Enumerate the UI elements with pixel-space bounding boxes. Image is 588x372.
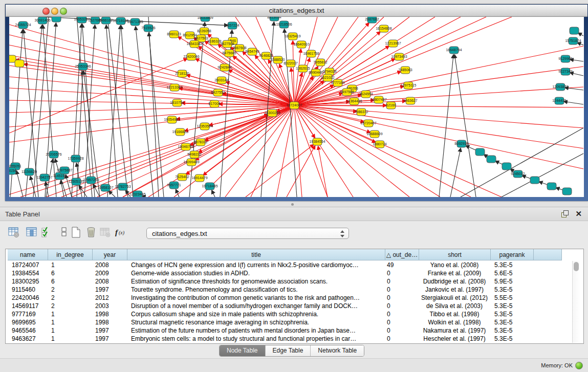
table-row[interactable]: 1938455462009Genome-wide association stu… [6, 269, 572, 277]
graph-edge[interactable] [454, 55, 476, 197]
graph-node[interactable]: 10688609 [366, 130, 382, 138]
selection-mode-icon[interactable] [40, 226, 53, 240]
tab-network-table[interactable]: Network Table [311, 345, 364, 356]
table-row[interactable]: 1456911722003Disruption of a novel membe… [6, 302, 572, 310]
graph-node[interactable]: 17359928 [68, 155, 83, 162]
graph-node[interactable]: 24055724 [15, 21, 31, 29]
graph-node[interactable]: 16543382 [186, 40, 202, 48]
graph-node[interactable]: 1810754 [170, 99, 184, 106]
graph-node[interactable]: 13942757 [36, 174, 52, 181]
graph-node[interactable]: 12093873 [552, 83, 568, 91]
graph-edge[interactable] [16, 171, 23, 197]
graph-node[interactable] [570, 27, 579, 34]
table-row[interactable]: 911546021997Tourette syndrome. Phenomeno… [6, 286, 572, 294]
table-row[interactable]: 946554611997Estimation of the future num… [6, 326, 572, 335]
graph-node[interactable]: 8454749 [245, 48, 259, 55]
row-options-icon[interactable] [57, 226, 71, 240]
column-header-short[interactable]: short [419, 249, 491, 260]
graph-node[interactable]: 9463627 [403, 97, 417, 104]
graph-node[interactable]: 8990448 [309, 69, 322, 76]
graph-node[interactable]: 62160 [386, 102, 396, 109]
graph-edge[interactable] [578, 33, 583, 36]
column-header-name[interactable]: name [8, 249, 48, 260]
graph-node[interactable]: 19384554 [309, 138, 325, 145]
graph-node[interactable]: 16033809 [197, 17, 213, 21]
graph-node[interactable] [562, 188, 572, 195]
graph-edge[interactable] [212, 190, 215, 197]
graph-node[interactable]: 19054983 [164, 116, 180, 123]
float-panel-icon[interactable] [561, 210, 569, 217]
graph-edge[interactable] [72, 105, 294, 197]
graph-node[interactable]: 16648794 [446, 47, 462, 54]
table-row[interactable]: 946362711997Embryonic stem cells: a mode… [6, 335, 572, 343]
graph-node[interactable]: 7955812 [313, 59, 327, 66]
tab-node-table[interactable]: Node Table [220, 345, 266, 356]
delete-table-icon[interactable] [99, 226, 112, 240]
graph-node[interactable] [502, 163, 511, 170]
column-visibility-icon[interactable] [25, 226, 38, 240]
graph-node[interactable]: 7857224 [225, 22, 239, 29]
graph-edge[interactable] [564, 101, 583, 104]
graph-node[interactable]: 8427552 [211, 89, 225, 96]
graph-node[interactable]: 8813054 [267, 17, 281, 21]
graph-edge[interactable] [121, 26, 133, 197]
graph-edge[interactable] [189, 23, 205, 197]
graph-edge[interactable] [107, 17, 128, 197]
table-row[interactable]: 977716911998Corpus callosum shape and si… [6, 310, 572, 318]
network-view-window[interactable]: citations_edges.txt 18724007183002951938… [5, 4, 588, 201]
graph-node[interactable]: 16914479 [191, 174, 207, 182]
scrollbar-thumb[interactable] [574, 262, 579, 271]
graph-edge[interactable] [450, 148, 461, 197]
window-titlebar[interactable]: citations_edges.txt [6, 5, 587, 17]
graph-node[interactable]: 1621022 [320, 74, 334, 81]
graph-edge[interactable] [61, 115, 268, 197]
memory-ok-indicator[interactable] [575, 362, 583, 369]
graph-node[interactable] [547, 183, 556, 190]
graph-node[interactable]: 6466162 [99, 17, 113, 24]
vertical-scrollbar[interactable] [572, 261, 580, 343]
tab-edge-table[interactable]: Edge Table [266, 345, 311, 356]
graph-node[interactable] [475, 148, 485, 156]
graph-node[interactable]: 19166822 [172, 128, 188, 136]
column-header-pagerank[interactable]: pagerank [491, 249, 534, 260]
graph-node[interactable]: 12505135 [68, 178, 84, 185]
graph-edge[interactable] [246, 144, 314, 197]
graph-node[interactable]: 39154 [9, 167, 16, 174]
graph-node[interactable] [52, 17, 61, 22]
graph-edge[interactable] [287, 146, 315, 197]
graph-node[interactable]: 8878312 [193, 139, 207, 146]
graph-node[interactable]: 10719185 [113, 17, 128, 25]
graph-edge[interactable] [577, 42, 583, 45]
graph-edge[interactable] [294, 105, 583, 107]
create-column-icon[interactable] [70, 226, 83, 240]
graph-edge[interactable] [276, 105, 294, 197]
graph-node[interactable] [15, 60, 24, 67]
function-builder-icon[interactable]: f(x) [115, 226, 128, 240]
close-panel-icon[interactable]: ✕ [575, 209, 582, 218]
graph-node[interactable]: 7485063 [398, 67, 412, 74]
graph-node[interactable]: 8960123 [167, 31, 181, 38]
table-selector-dropdown[interactable]: citations_edges.txt [146, 228, 349, 239]
panel-divider-handle[interactable] [291, 203, 294, 206]
graph-edge[interactable] [294, 46, 583, 105]
graph-node[interactable]: 15720407 [360, 120, 376, 127]
graph-node[interactable]: 16671385 [127, 18, 143, 26]
column-header-year[interactable]: year [93, 249, 127, 260]
graph-node[interactable]: 12353594 [197, 123, 212, 130]
graph-node[interactable]: 11156829 [21, 168, 37, 176]
graph-node[interactable]: 16154808 [376, 25, 391, 32]
graph-node[interactable]: 2887682 [365, 17, 379, 23]
graph-edge[interactable] [294, 105, 583, 169]
graph-node[interactable]: 12975115 [401, 82, 417, 89]
graph-node[interactable]: 5498222 [187, 151, 201, 158]
graph-node[interactable]: 19218506 [276, 21, 292, 28]
graph-node[interactable]: 1880724 [373, 141, 386, 148]
table-row[interactable]: 1830029562008Estimation of significance … [6, 277, 572, 286]
graph-edge[interactable] [9, 58, 187, 133]
graph-node[interactable]: 7625402 [175, 173, 189, 181]
delete-column-icon[interactable] [84, 226, 98, 240]
table-row[interactable]: 969969511998Structural magnetic resonanc… [6, 318, 572, 326]
graph-node[interactable] [530, 177, 539, 184]
graph-edge[interactable] [294, 105, 328, 197]
graph-edge[interactable] [318, 146, 328, 197]
